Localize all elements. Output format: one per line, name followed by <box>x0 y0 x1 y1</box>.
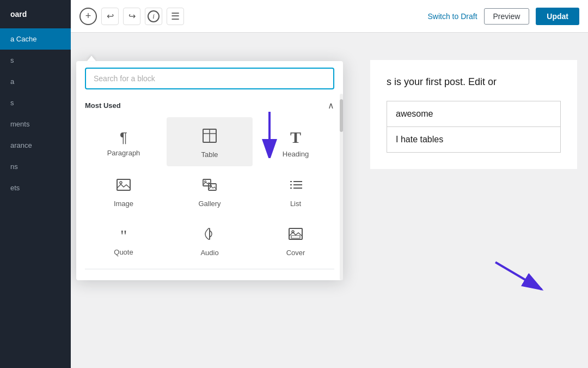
collapse-section-button[interactable]: ∧ <box>328 100 334 111</box>
heading-icon: T <box>290 129 301 146</box>
info-button[interactable]: i <box>145 8 162 25</box>
most-used-section-header: Most Used ∧ <box>76 96 343 117</box>
sidebar: oard a Cache s a s ments arance ns ets <box>0 0 71 368</box>
quote-label: Quote <box>114 248 133 256</box>
image-label: Image <box>114 200 133 208</box>
paragraph-icon: ¶ <box>120 130 127 144</box>
block-item-table[interactable]: Table <box>167 117 253 166</box>
inserter-scrollbar[interactable] <box>340 94 343 280</box>
block-search-input[interactable] <box>85 68 334 89</box>
audio-label: Audio <box>200 249 218 257</box>
list-label: List <box>290 200 301 208</box>
list-icon: ☰ <box>171 10 180 22</box>
svg-rect-5 <box>203 179 211 186</box>
content-table: awesome I hate tables <box>387 101 561 153</box>
toolbar-right: Switch to Draft Preview Updat <box>428 8 580 25</box>
redo-icon: ↪ <box>128 11 136 21</box>
block-item-gallery[interactable]: Gallery <box>167 166 253 215</box>
block-inserter-panel: Most Used ∧ ¶ Paragraph <box>76 61 343 280</box>
svg-rect-3 <box>117 179 130 190</box>
inserter-divider <box>85 269 334 269</box>
undo-button[interactable]: ↩ <box>101 8 119 25</box>
svg-rect-7 <box>209 184 216 190</box>
most-used-label: Most Used <box>85 101 121 110</box>
block-item-audio[interactable]: Audio <box>167 215 253 264</box>
audio-icon <box>202 226 217 244</box>
sidebar-item-cache[interactable]: a Cache <box>0 28 71 50</box>
add-block-button[interactable]: + <box>79 8 97 25</box>
scrollbar-thumb <box>340 99 343 132</box>
gallery-icon <box>202 177 217 195</box>
info-icon: i <box>148 10 160 22</box>
sidebar-item-5[interactable]: ments <box>0 113 71 135</box>
table-cell-hate: I hate tables <box>387 127 561 153</box>
sidebar-item-3[interactable]: a <box>0 71 71 92</box>
block-search-area <box>76 61 343 96</box>
editor-toolbar: + ↩ ↪ i ☰ Switch to Draft Preview Updat <box>71 0 588 33</box>
editor-content: s is your first post. Edit or awesome I … <box>370 60 577 169</box>
block-item-quote[interactable]: " Quote <box>81 215 167 264</box>
sidebar-item-4[interactable]: s <box>0 92 71 113</box>
table-row: I hate tables <box>387 127 561 153</box>
gallery-label: Gallery <box>198 200 220 208</box>
cover-label: Cover <box>286 249 305 257</box>
sidebar-item-6[interactable]: arance <box>0 135 71 156</box>
editor-text: s is your first post. Edit or <box>387 76 561 88</box>
block-item-paragraph[interactable]: ¶ Paragraph <box>81 117 167 166</box>
sidebar-item-2[interactable]: s <box>0 50 71 71</box>
sidebar-item-8[interactable]: ets <box>0 177 71 198</box>
switch-to-draft-button[interactable]: Switch to Draft <box>428 12 477 21</box>
editor-area: Most Used ∧ ¶ Paragraph <box>71 33 588 368</box>
annotation-arrow-table <box>490 257 555 303</box>
block-item-cover[interactable]: Cover <box>253 215 339 264</box>
toolbar-left: + ↩ ↪ i ☰ <box>79 8 184 25</box>
heading-label: Heading <box>283 150 309 158</box>
quote-icon: " <box>120 227 127 244</box>
update-button[interactable]: Updat <box>536 8 579 25</box>
list-block-icon <box>288 177 303 195</box>
table-row: awesome <box>387 101 561 127</box>
main-area: + ↩ ↪ i ☰ Switch to Draft Preview Updat <box>71 0 588 368</box>
cover-icon <box>288 226 303 244</box>
redo-button[interactable]: ↪ <box>123 8 140 25</box>
paragraph-label: Paragraph <box>107 149 140 157</box>
block-grid: ¶ Paragraph Table T <box>76 117 343 264</box>
block-item-list[interactable]: List <box>253 166 339 215</box>
preview-button[interactable]: Preview <box>484 8 530 25</box>
table-cell-awesome: awesome <box>387 101 561 127</box>
svg-point-4 <box>120 182 122 184</box>
block-item-heading[interactable]: T Heading <box>253 117 339 166</box>
undo-icon: ↩ <box>107 11 114 21</box>
block-item-image[interactable]: Image <box>81 166 167 215</box>
svg-rect-17 <box>291 236 300 238</box>
sidebar-item-dashboard[interactable]: oard <box>0 0 71 28</box>
table-icon <box>202 128 217 146</box>
table-label: Table <box>201 150 218 159</box>
image-icon <box>116 177 131 195</box>
list-view-button[interactable]: ☰ <box>167 8 184 25</box>
sidebar-item-7[interactable]: ns <box>0 156 71 177</box>
